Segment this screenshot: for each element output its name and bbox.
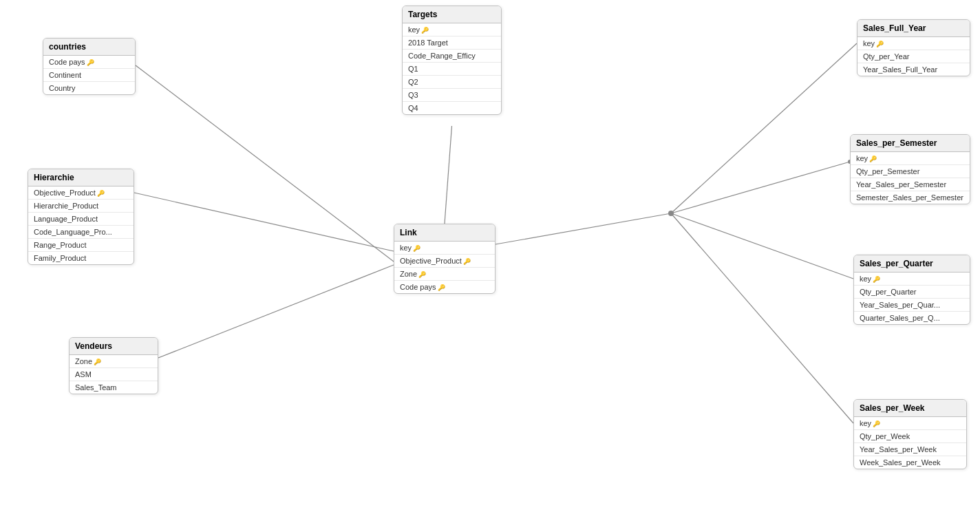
table-row: key🔑: [403, 23, 501, 36]
table-row: key🔑: [851, 152, 970, 165]
table-row: Sales_Team: [70, 381, 158, 394]
table-sales_per_semester[interactable]: Sales_per_Semesterkey🔑Qty_per_SemesterYe…: [850, 134, 970, 204]
table-row: Code pays🔑: [43, 56, 135, 69]
key-icon: 🔑: [438, 284, 445, 291]
svg-line-2: [158, 265, 394, 358]
table-sales_full_year[interactable]: Sales_Full_Yearkey🔑Qty_per_YearYear_Sale…: [857, 19, 970, 76]
table-row: Range_Product: [28, 239, 134, 252]
table-header-sales_per_semester: Sales_per_Semester: [851, 135, 970, 152]
table-row: ASM: [70, 368, 158, 381]
table-row: Qty_per_Year: [858, 50, 970, 63]
table-countries[interactable]: countriesCode pays🔑ContinentCountry: [43, 38, 136, 95]
key-icon: 🔑: [876, 41, 884, 47]
table-sales_per_week[interactable]: Sales_per_Weekkey🔑Qty_per_WeekYear_Sales…: [853, 399, 967, 469]
table-header-sales_full_year: Sales_Full_Year: [858, 20, 970, 37]
svg-line-0: [136, 65, 394, 262]
svg-line-6: [671, 43, 857, 213]
table-header-targets: Targets: [403, 6, 501, 23]
table-row: key🔑: [858, 37, 970, 50]
key-icon: 🔑: [873, 420, 880, 427]
table-link[interactable]: Linkkey🔑Objective_Product🔑Zone🔑Code pays…: [394, 224, 496, 294]
key-icon: 🔑: [463, 258, 471, 265]
table-row: Family_Product: [28, 252, 134, 264]
svg-line-4: [496, 213, 671, 244]
table-row: Language_Product: [28, 213, 134, 226]
svg-point-5: [668, 211, 674, 216]
table-row: Year_Sales_per_Week: [854, 443, 966, 456]
diagram-canvas: countriesCode pays🔑ContinentCountryHiera…: [0, 0, 980, 523]
key-icon: 🔑: [97, 190, 105, 197]
key-icon: 🔑: [413, 245, 420, 252]
table-row: Q2: [403, 76, 501, 89]
table-hierarchie[interactable]: HierarchieObjective_Product🔑Hierarchie_P…: [28, 169, 134, 265]
table-vendeurs[interactable]: VendeursZone🔑ASMSales_Team: [69, 337, 158, 394]
table-row: Zone🔑: [394, 268, 495, 281]
key-icon: 🔑: [87, 59, 94, 66]
table-row: 2018 Target: [403, 36, 501, 50]
table-header-countries: countries: [43, 39, 135, 56]
table-row: Objective_Product🔑: [394, 255, 495, 268]
table-row: Continent: [43, 69, 135, 82]
table-row: Year_Sales_Full_Year: [858, 63, 970, 76]
table-row: Code_Range_Efficy: [403, 50, 501, 63]
table-row: key🔑: [854, 417, 966, 430]
table-row: Semester_Sales_per_Semester: [851, 191, 970, 204]
key-icon: 🔑: [873, 276, 880, 283]
table-row: Q1: [403, 63, 501, 76]
key-icon: 🔑: [94, 359, 101, 365]
table-header-sales_per_week: Sales_per_Week: [854, 400, 966, 417]
table-header-hierarchie: Hierarchie: [28, 169, 134, 186]
table-row: key🔑: [394, 242, 495, 255]
table-row: Country: [43, 82, 135, 94]
table-row: Quarter_Sales_per_Q...: [854, 312, 970, 324]
table-row: Code_Language_Pro...: [28, 226, 134, 239]
svg-line-1: [134, 193, 394, 251]
table-header-link: Link: [394, 224, 495, 242]
svg-line-3: [445, 126, 452, 224]
table-row: Q3: [403, 89, 501, 102]
table-targets[interactable]: Targetskey🔑2018 TargetCode_Range_EfficyQ…: [402, 6, 502, 115]
key-icon: 🔑: [421, 27, 429, 34]
table-row: Week_Sales_per_Week: [854, 456, 966, 469]
table-row: Qty_per_Week: [854, 430, 966, 443]
svg-line-9: [671, 213, 853, 423]
table-row: Qty_per_Semester: [851, 165, 970, 178]
table-header-sales_per_quarter: Sales_per_Quarter: [854, 255, 970, 273]
table-row: Qty_per_Quarter: [854, 286, 970, 299]
key-icon: 🔑: [418, 271, 426, 278]
table-row: Year_Sales_per_Semester: [851, 178, 970, 191]
key-icon: 🔑: [869, 156, 877, 162]
table-sales_per_quarter[interactable]: Sales_per_Quarterkey🔑Qty_per_QuarterYear…: [853, 255, 970, 325]
table-header-vendeurs: Vendeurs: [70, 338, 158, 355]
table-row: Objective_Product🔑: [28, 186, 134, 200]
table-row: Zone🔑: [70, 355, 158, 368]
table-row: Q4: [403, 102, 501, 114]
table-row: key🔑: [854, 273, 970, 286]
svg-line-7: [671, 162, 850, 213]
table-row: Hierarchie_Product: [28, 200, 134, 213]
table-row: Year_Sales_per_Quar...: [854, 299, 970, 312]
table-row: Code pays🔑: [394, 281, 495, 293]
svg-line-8: [671, 213, 853, 279]
